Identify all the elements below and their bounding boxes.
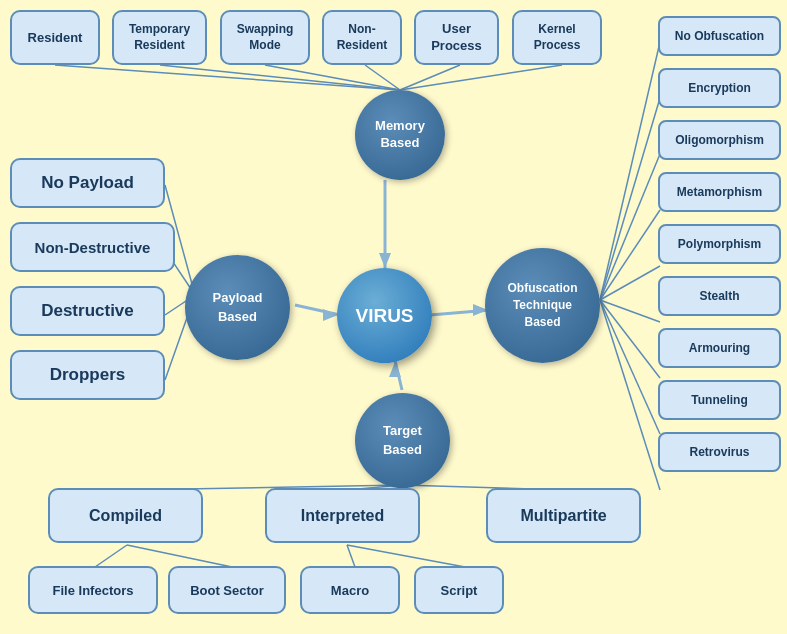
obfuscation-node: ObfuscationTechniqueBased xyxy=(485,248,600,363)
svg-line-18 xyxy=(600,42,660,300)
target-based-node: TargetBased xyxy=(355,393,450,488)
tunneling-node: Tunneling xyxy=(658,380,781,420)
svg-line-26 xyxy=(600,300,660,490)
svg-line-31 xyxy=(127,545,232,567)
swapping-node: SwappingMode xyxy=(220,10,310,65)
svg-marker-7 xyxy=(379,253,391,268)
metamorphism-node: Metamorphism xyxy=(658,172,781,212)
svg-marker-9 xyxy=(323,309,338,321)
svg-line-20 xyxy=(600,154,660,300)
file-infectors-node: File Infectors xyxy=(28,566,158,614)
svg-line-23 xyxy=(600,300,660,322)
macro-node: Macro xyxy=(300,566,400,614)
svg-line-4 xyxy=(400,65,460,90)
user-process-node: UserProcess xyxy=(414,10,499,65)
kernel-process-node: KernelProcess xyxy=(512,10,602,65)
oligomorphism-node: Oligomorphism xyxy=(658,120,781,160)
no-payload-node: No Payload xyxy=(10,158,165,208)
destructive-node: Destructive xyxy=(10,286,165,336)
boot-sector-node: Boot Sector xyxy=(168,566,286,614)
svg-line-30 xyxy=(95,545,127,567)
svg-line-3 xyxy=(365,65,400,90)
svg-line-24 xyxy=(600,300,660,378)
temp-resident-node: TemporaryResident xyxy=(112,10,207,65)
multipartite-node: Multipartite xyxy=(486,488,641,543)
resident-node: Resident xyxy=(10,10,100,65)
script-node: Script xyxy=(414,566,504,614)
svg-line-10 xyxy=(430,310,490,315)
svg-line-21 xyxy=(600,210,660,300)
virus-center-node: VIRUS xyxy=(337,268,432,363)
svg-line-5 xyxy=(400,65,562,90)
non-destructive-node: Non-Destructive xyxy=(10,222,175,272)
svg-line-0 xyxy=(55,65,400,90)
svg-line-22 xyxy=(600,266,660,300)
svg-line-33 xyxy=(347,545,465,567)
payload-based-node: PayloadBased xyxy=(185,255,290,360)
memory-based-node: MemoryBased xyxy=(355,90,445,180)
polymorphism-node: Polymorphism xyxy=(658,224,781,264)
svg-line-8 xyxy=(295,305,340,315)
droppers-node: Droppers xyxy=(10,350,165,400)
armouring-node: Armouring xyxy=(658,328,781,368)
svg-line-32 xyxy=(347,545,355,567)
svg-marker-13 xyxy=(389,362,401,377)
svg-line-12 xyxy=(395,360,402,390)
retrovirus-node: Retrovirus xyxy=(658,432,781,472)
stealth-node: Stealth xyxy=(658,276,781,316)
svg-line-19 xyxy=(600,98,660,300)
interpreted-node: Interpreted xyxy=(265,488,420,543)
svg-line-1 xyxy=(160,65,400,90)
compiled-node: Compiled xyxy=(48,488,203,543)
non-resident-node: Non-Resident xyxy=(322,10,402,65)
svg-line-25 xyxy=(600,300,660,434)
svg-line-2 xyxy=(265,65,400,90)
no-obfuscation-node: No Obfuscation xyxy=(658,16,781,56)
encryption-node: Encryption xyxy=(658,68,781,108)
